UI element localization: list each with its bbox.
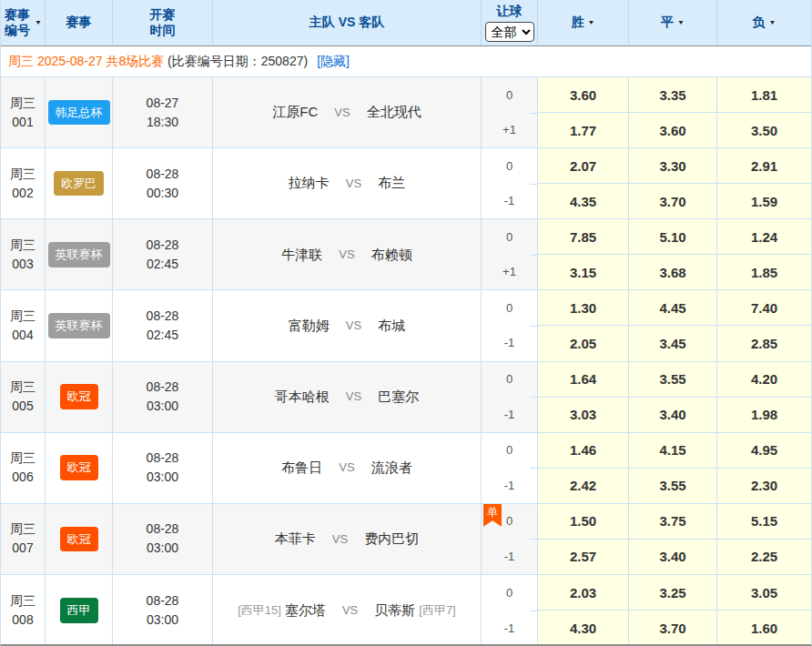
odds-lose-line0[interactable]: 7.40	[717, 290, 811, 326]
odds-draw-line0[interactable]: 3.35	[629, 77, 716, 113]
odds-draw-line0[interactable]: 4.45	[629, 290, 716, 326]
odds-draw-line1[interactable]: 3.70	[629, 184, 716, 218]
odds-win-line0[interactable]: 1.50	[538, 504, 628, 540]
match-teams-cell[interactable]: 本菲卡 VS 费内巴切	[213, 504, 482, 574]
header-draw[interactable]: 平 ▼	[629, 0, 717, 45]
odds-lose-line1[interactable]: 1.85	[717, 255, 811, 289]
odds-lose-line0[interactable]: 4.20	[717, 362, 811, 398]
odds-lose-line0[interactable]: 5.15	[717, 504, 811, 540]
match-teams-cell[interactable]: 江原FC VS 全北现代	[213, 77, 482, 147]
match-row: 周三 008 西甲 08-28 03:00 [西甲15] 塞尔塔 VS 贝蒂斯 …	[1, 575, 811, 646]
odds-win-line0[interactable]: 2.07	[538, 148, 628, 184]
odds-lose-line1[interactable]: 3.50	[717, 113, 811, 147]
odds-draw-line0[interactable]: 3.55	[629, 362, 716, 398]
match-time: 03:00	[147, 611, 178, 630]
match-time-cell: 08-28 02:45	[113, 219, 213, 289]
odds-lose-line1[interactable]: 1.98	[717, 398, 811, 432]
match-day: 周三	[10, 591, 36, 611]
header-match-no-label: 赛事编号	[4, 7, 31, 39]
odds-lose-line0[interactable]: 1.81	[717, 77, 811, 113]
match-teams-cell[interactable]: 富勒姆 VS 布城	[213, 290, 482, 360]
odds-draw-line0[interactable]: 4.15	[629, 433, 716, 469]
league-badge[interactable]: 欧冠	[60, 384, 98, 409]
league-badge[interactable]: 英联赛杯	[48, 313, 110, 338]
odds-win-line1[interactable]: 3.15	[538, 255, 628, 289]
handicap-filter-select[interactable]: 全部	[485, 22, 534, 42]
match-league-cell: 欧冠	[46, 504, 113, 574]
odds-draw-line1[interactable]: 3.45	[629, 326, 716, 360]
match-teams-cell[interactable]: 牛津联 VS 布赖顿	[213, 219, 482, 289]
league-badge[interactable]: 欧冠	[60, 455, 98, 480]
header-teams: 主队 VS 客队	[213, 0, 482, 45]
match-number: 周三 003	[1, 219, 46, 289]
odds-lose-line1[interactable]: 2.25	[717, 540, 811, 574]
header-match-no[interactable]: 赛事编号 ▼	[1, 0, 46, 45]
hide-link[interactable]: [隐藏]	[317, 54, 350, 70]
match-number: 周三 005	[1, 362, 46, 432]
lose-odds-column: 7.40 2.85	[717, 290, 811, 360]
odds-win-line1[interactable]: 4.35	[538, 184, 628, 218]
odds-win-line0[interactable]: 1.64	[538, 362, 628, 398]
odds-lose-line0[interactable]: 1.24	[717, 219, 811, 255]
odds-draw-line1[interactable]: 3.68	[629, 255, 716, 289]
match-number: 周三 006	[1, 433, 46, 503]
league-badge[interactable]: 韩足总杯	[48, 100, 110, 126]
odds-draw-line1[interactable]: 3.60	[629, 113, 716, 147]
odds-lose-line0[interactable]: 3.05	[717, 575, 811, 611]
match-time-cell: 08-28 03:00	[113, 575, 213, 646]
header-win-label: 胜	[572, 15, 584, 31]
match-day: 周三	[10, 236, 36, 255]
match-row: 周三 003 英联赛杯 08-28 02:45 牛津联 VS 布赖顿 0 +1 …	[1, 219, 811, 290]
match-time-cell: 08-28 00:30	[113, 148, 213, 218]
odds-lose-line0[interactable]: 2.91	[717, 148, 811, 184]
odds-lose-line1[interactable]: 2.85	[717, 326, 811, 360]
league-badge[interactable]: 欧罗巴	[54, 171, 104, 197]
odds-win-line1[interactable]: 3.03	[538, 398, 628, 432]
handicap-value: -1	[482, 611, 537, 646]
odds-draw-line0[interactable]: 3.75	[629, 504, 716, 540]
odds-lose-line1[interactable]: 1.60	[717, 611, 811, 646]
odds-win-line0[interactable]: 1.46	[538, 433, 628, 469]
match-no: 006	[12, 468, 33, 487]
match-teams-cell[interactable]: 拉纳卡 VS 布兰	[213, 148, 482, 218]
win-odds-column: 2.07 4.35	[538, 148, 629, 218]
odds-draw-line0[interactable]: 3.25	[629, 575, 716, 611]
odds-draw-line1[interactable]: 3.40	[629, 540, 716, 574]
odds-draw-line1[interactable]: 3.70	[629, 611, 716, 646]
odds-draw-line1[interactable]: 3.55	[629, 469, 716, 503]
draw-odds-column: 4.45 3.45	[629, 290, 717, 360]
win-odds-column: 1.30 2.05	[538, 290, 629, 360]
odds-win-line0[interactable]: 1.30	[538, 290, 628, 326]
draw-odds-column: 3.30 3.70	[629, 148, 717, 218]
odds-win-line1[interactable]: 2.57	[538, 540, 628, 574]
odds-win-line1[interactable]: 1.77	[538, 113, 628, 147]
match-number: 周三 008	[1, 575, 46, 646]
odds-win-line0[interactable]: 7.85	[538, 219, 628, 255]
odds-draw-line0[interactable]: 3.30	[629, 148, 716, 184]
match-teams-cell[interactable]: 布鲁日 VS 流浪者	[213, 433, 482, 503]
match-teams-cell[interactable]: [西甲15] 塞尔塔 VS 贝蒂斯 [西甲7]	[213, 575, 482, 646]
odds-win-line0[interactable]: 2.03	[538, 575, 628, 611]
header-win[interactable]: 胜 ▼	[538, 0, 629, 45]
match-league-cell: 英联赛杯	[46, 219, 113, 289]
match-league-cell: 欧冠	[46, 433, 113, 503]
match-date: 08-28	[147, 307, 179, 326]
league-badge[interactable]: 欧冠	[60, 527, 98, 552]
match-date: 08-27	[147, 94, 179, 113]
odds-win-line1[interactable]: 2.05	[538, 326, 628, 360]
handicap-value: 0	[482, 362, 537, 398]
odds-win-line0[interactable]: 3.60	[538, 77, 628, 113]
odds-draw-line1[interactable]: 3.40	[629, 398, 716, 432]
odds-draw-line0[interactable]: 5.10	[629, 219, 716, 255]
odds-win-line1[interactable]: 4.30	[538, 611, 628, 646]
header-lose[interactable]: 负 ▼	[717, 0, 811, 45]
match-teams-cell[interactable]: 哥本哈根 VS 巴塞尔	[213, 362, 482, 432]
odds-lose-line1[interactable]: 2.30	[717, 469, 811, 503]
league-badge[interactable]: 英联赛杯	[48, 242, 110, 267]
header-handicap: 让球 全部	[482, 0, 538, 45]
odds-lose-line0[interactable]: 4.95	[717, 433, 811, 469]
odds-lose-line1[interactable]: 1.59	[717, 184, 811, 218]
league-badge[interactable]: 西甲	[60, 598, 98, 623]
odds-win-line1[interactable]: 2.42	[538, 469, 628, 503]
handicap-value: 0	[482, 433, 537, 469]
